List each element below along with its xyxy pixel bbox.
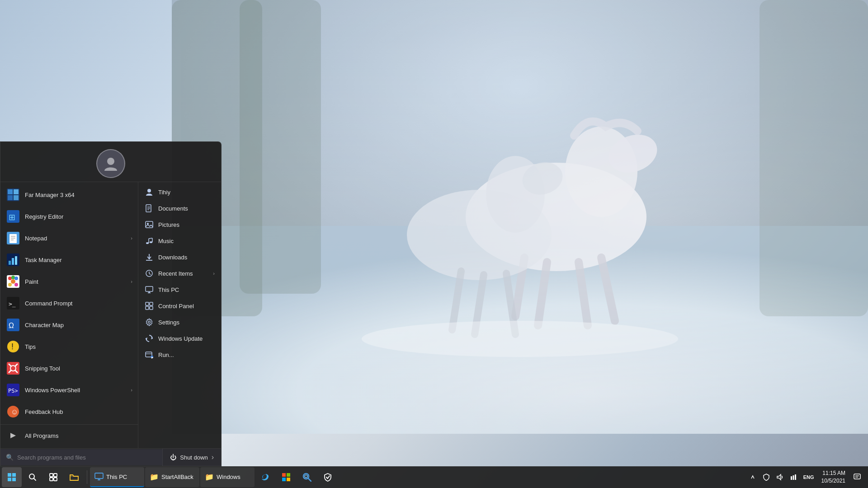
far-manager-label: Far Manager 3 x64 bbox=[25, 192, 132, 198]
svg-point-38 bbox=[11, 276, 15, 279]
start-item-registry-editor[interactable]: ⊞ Registry Editor bbox=[0, 206, 138, 227]
task-view-button[interactable] bbox=[43, 467, 63, 487]
taskbar-app-startallback[interactable]: 📁 StartAllBack bbox=[145, 467, 199, 487]
file-explorer-button[interactable] bbox=[64, 467, 84, 487]
start-right-music[interactable]: Music bbox=[138, 233, 221, 249]
search-app-icon bbox=[302, 473, 311, 482]
start-item-character-map[interactable]: Ω Character Map bbox=[0, 314, 138, 336]
paint-arrow: › bbox=[131, 279, 132, 284]
taskbar-search-button[interactable] bbox=[23, 467, 42, 487]
svg-text:PS>: PS> bbox=[8, 388, 18, 394]
svg-text:▶: ▶ bbox=[151, 356, 154, 359]
start-item-all-programs[interactable]: All Programs bbox=[0, 424, 138, 446]
tray-language[interactable]: ENG bbox=[801, 469, 817, 485]
svg-line-106 bbox=[328, 476, 330, 479]
start-button[interactable] bbox=[2, 467, 22, 487]
tray-chevron[interactable] bbox=[746, 469, 759, 485]
start-item-task-manager[interactable]: Task Manager bbox=[0, 249, 138, 271]
start-right-windows-update[interactable]: Windows Update bbox=[138, 330, 221, 347]
start-right-documents[interactable]: Documents bbox=[138, 200, 221, 216]
svg-marker-57 bbox=[10, 433, 16, 438]
svg-text:Ω: Ω bbox=[9, 322, 14, 329]
settings-icon bbox=[145, 318, 154, 327]
pictures-icon bbox=[145, 220, 154, 229]
svg-rect-88 bbox=[12, 478, 16, 481]
recent-items-label: Recent Items bbox=[158, 270, 193, 277]
tray-shield[interactable] bbox=[760, 469, 773, 485]
music-label: Music bbox=[158, 238, 174, 244]
start-item-command-prompt[interactable]: >_ Command Prompt bbox=[0, 292, 138, 314]
taskbar: This PC 📁 StartAllBack 📁 Windows bbox=[0, 466, 868, 488]
all-programs-label: All Programs bbox=[25, 432, 132, 439]
start-item-feedback-hub[interactable]: ☺ Feedback Hub bbox=[0, 401, 138, 422]
svg-text:⊞: ⊞ bbox=[9, 213, 15, 222]
windows-update-label: Windows Update bbox=[158, 335, 203, 342]
svg-point-42 bbox=[11, 279, 15, 284]
file-explorer-icon bbox=[70, 473, 79, 481]
svg-point-66 bbox=[150, 241, 152, 243]
start-item-notepad[interactable]: Notepad › bbox=[0, 227, 138, 249]
user-avatar[interactable] bbox=[96, 149, 125, 178]
recent-items-icon bbox=[145, 269, 154, 278]
svg-rect-108 bbox=[791, 476, 792, 480]
system-tray: ENG bbox=[746, 469, 817, 485]
start-right-downloads[interactable]: Downloads bbox=[138, 249, 221, 265]
svg-point-52 bbox=[10, 366, 16, 371]
svg-rect-95 bbox=[95, 473, 103, 479]
control-panel-icon bbox=[145, 301, 154, 310]
start-item-paint[interactable]: Paint › bbox=[0, 271, 138, 292]
notification-center-button[interactable] bbox=[850, 467, 864, 487]
shutdown-button[interactable]: ⏻ Shut down › bbox=[162, 449, 221, 466]
svg-rect-24 bbox=[14, 195, 19, 200]
start-right-recent-items[interactable]: Recent Items › bbox=[138, 265, 221, 282]
user-avatar-area bbox=[0, 142, 221, 182]
tray-network[interactable] bbox=[787, 469, 800, 485]
start-right-run[interactable]: ▶ Run... bbox=[138, 347, 221, 363]
start-right-settings[interactable]: Settings bbox=[138, 314, 221, 330]
taskbar-divider-1 bbox=[87, 470, 87, 484]
store-button[interactable] bbox=[276, 467, 296, 487]
windows-taskbar-label: Windows bbox=[217, 474, 241, 480]
search-bar-icon: 🔍 bbox=[6, 454, 14, 461]
svg-rect-100 bbox=[282, 478, 286, 481]
edge-icon bbox=[261, 473, 270, 482]
svg-rect-23 bbox=[8, 195, 13, 200]
start-right-tihiy[interactable]: Tihiy bbox=[138, 184, 221, 200]
recent-items-arrow: › bbox=[213, 271, 215, 276]
start-right-pictures[interactable]: Pictures bbox=[138, 216, 221, 233]
tray-volume[interactable] bbox=[774, 469, 786, 485]
search-input[interactable] bbox=[17, 454, 157, 461]
shutdown-label: Shut down bbox=[180, 454, 208, 461]
windows-update-icon bbox=[145, 334, 154, 343]
tips-label: Tips bbox=[25, 343, 132, 350]
svg-point-40 bbox=[8, 283, 12, 286]
startallback-taskbar-label: StartAllBack bbox=[161, 474, 193, 480]
start-right-this-pc[interactable]: This PC bbox=[138, 282, 221, 298]
store-icon bbox=[282, 473, 291, 482]
snipping-tool-label: Snipping Tool bbox=[25, 365, 132, 372]
start-menu: Far Manager 3 x64 ⊞ Registry Editor Note… bbox=[0, 141, 222, 466]
clock[interactable]: 11:15 AM 10/5/2021 bbox=[819, 467, 848, 487]
settings-label: Settings bbox=[158, 319, 179, 326]
start-item-snipping-tool[interactable]: Snipping Tool bbox=[0, 357, 138, 379]
start-item-powershell[interactable]: PS> Windows PowerShell › bbox=[0, 379, 138, 401]
svg-rect-101 bbox=[287, 478, 290, 481]
search-bar[interactable]: 🔍 bbox=[0, 449, 162, 465]
registry-editor-label: Registry Editor bbox=[25, 213, 132, 220]
this-pc-taskbar-label: This PC bbox=[106, 474, 127, 480]
search-app-button[interactable] bbox=[297, 467, 317, 487]
start-right-control-panel[interactable]: Control Panel bbox=[138, 298, 221, 314]
taskbar-app-this-pc[interactable]: This PC bbox=[90, 467, 144, 487]
start-item-tips[interactable]: ! Tips bbox=[0, 336, 138, 357]
start-item-far-manager[interactable]: Far Manager 3 x64 bbox=[0, 184, 138, 206]
security-icon bbox=[323, 473, 332, 482]
shutdown-arrow: › bbox=[212, 453, 214, 461]
downloads-icon bbox=[145, 253, 154, 262]
svg-rect-98 bbox=[282, 473, 286, 477]
svg-point-65 bbox=[146, 242, 149, 244]
svg-rect-99 bbox=[287, 473, 290, 477]
edge-button[interactable] bbox=[255, 467, 275, 487]
taskbar-app-windows[interactable]: 📁 Windows bbox=[200, 467, 255, 487]
svg-rect-91 bbox=[50, 474, 53, 477]
security-button[interactable] bbox=[318, 467, 338, 487]
